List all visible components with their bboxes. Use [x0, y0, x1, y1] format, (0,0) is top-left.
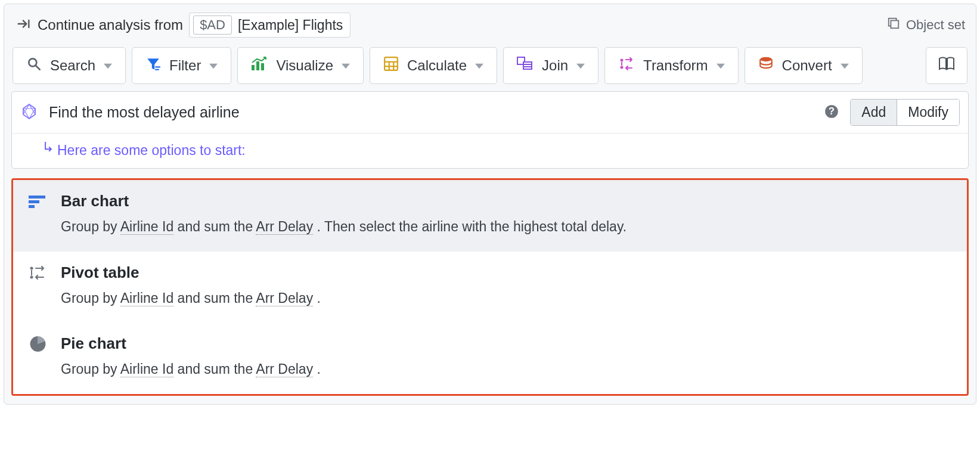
hint-arrow-icon: [43, 142, 54, 159]
continue-icon: [15, 15, 32, 35]
chevron-down-icon: [209, 57, 218, 74]
suggestion-title: Bar chart: [61, 192, 951, 210]
visualize-button[interactable]: Visualize: [237, 47, 364, 84]
svg-point-20: [760, 57, 772, 62]
ai-icon: [20, 103, 38, 123]
convert-button[interactable]: Convert: [745, 47, 863, 84]
hint-text: Here are some options to start:: [57, 142, 246, 159]
svg-rect-4: [155, 66, 160, 67]
filter-label: Filter: [169, 57, 201, 74]
suggestion-title: Pivot table: [61, 263, 951, 282]
bar-chart-icon: [29, 193, 46, 212]
source-chip[interactable]: $AD [Example] Flights: [189, 13, 351, 38]
suggestion-title: Pie chart: [61, 334, 951, 353]
chevron-down-icon: [576, 57, 585, 74]
suggestion-desc: Group by Airline Id and sum the Arr Dela…: [61, 359, 951, 380]
svg-text:?: ?: [829, 106, 835, 116]
visualize-label: Visualize: [276, 57, 333, 74]
docs-button[interactable]: [926, 47, 967, 84]
calculate-label: Calculate: [407, 57, 467, 74]
chevron-down-icon: [841, 57, 849, 74]
svg-rect-9: [384, 57, 398, 70]
object-set-label: Object set: [906, 17, 965, 33]
analysis-panel: Continue analysis from $AD [Example] Fli…: [4, 4, 976, 405]
search-icon: [26, 56, 42, 75]
chevron-down-icon: [104, 57, 112, 74]
header-row: Continue analysis from $AD [Example] Fli…: [11, 10, 969, 47]
book-icon: [938, 56, 955, 75]
search-label: Search: [50, 57, 95, 74]
suggestion-bar-chart[interactable]: Bar chart Group by Airline Id and sum th…: [13, 180, 967, 252]
chevron-down-icon: [717, 57, 725, 74]
query-row: ? Add Modify: [12, 92, 968, 134]
svg-line-3: [36, 66, 40, 70]
calculate-icon: [383, 56, 399, 75]
transform-label: Transform: [643, 57, 708, 74]
svg-point-18: [621, 59, 624, 62]
pie-icon: [29, 336, 46, 355]
transform-icon: [618, 56, 635, 75]
hint-row: Here are some options to start:: [12, 134, 968, 168]
suggestion-desc: Group by Airline Id and sum the Arr Dela…: [61, 216, 951, 237]
join-label: Join: [542, 57, 568, 74]
convert-icon: [758, 56, 774, 75]
svg-rect-1: [891, 20, 898, 28]
transform-button[interactable]: Transform: [604, 47, 738, 84]
suggestion-desc: Group by Airline Id and sum the Arr Dela…: [61, 288, 951, 309]
chip-label: [Example] Flights: [238, 17, 343, 33]
filter-button[interactable]: Filter: [132, 47, 231, 84]
svg-rect-24: [29, 200, 39, 203]
object-set-icon: [887, 17, 900, 33]
chip-badge: $AD: [193, 15, 232, 35]
add-button[interactable]: Add: [851, 100, 897, 125]
help-icon[interactable]: ?: [824, 104, 839, 122]
join-icon: [517, 56, 534, 75]
svg-rect-6: [252, 65, 255, 70]
calculate-button[interactable]: Calculate: [370, 47, 497, 84]
suggestion-pivot-table[interactable]: Pivot table Group by Airline Id and sum …: [13, 252, 967, 323]
svg-point-19: [621, 66, 624, 69]
modify-button[interactable]: Modify: [897, 100, 959, 125]
pivot-icon: [29, 265, 46, 284]
header-title: Continue analysis from: [38, 17, 183, 33]
svg-rect-5: [155, 69, 159, 70]
svg-rect-15: [523, 62, 532, 69]
chevron-down-icon: [475, 57, 483, 74]
svg-rect-7: [256, 61, 259, 70]
object-set-button[interactable]: Object set: [887, 17, 965, 33]
svg-rect-23: [29, 196, 45, 199]
svg-rect-8: [261, 63, 264, 70]
suggestion-pie-chart[interactable]: Pie chart Group by Airline Id and sum th…: [13, 322, 967, 394]
search-button[interactable]: Search: [13, 47, 126, 84]
chevron-down-icon: [342, 57, 350, 74]
svg-point-27: [30, 275, 33, 278]
filter-icon: [145, 56, 161, 75]
action-pill-group: Add Modify: [850, 99, 960, 126]
suggestions-box: Bar chart Group by Airline Id and sum th…: [11, 178, 969, 396]
visualize-icon: [251, 56, 268, 75]
toolbar: Search Filter Visualize Calculate: [11, 47, 969, 84]
query-input[interactable]: [49, 104, 813, 121]
svg-point-26: [30, 266, 33, 269]
join-button[interactable]: Join: [503, 47, 598, 84]
query-block: ? Add Modify Here are some options to st…: [11, 91, 969, 169]
svg-rect-25: [29, 205, 35, 208]
convert-label: Convert: [782, 57, 832, 74]
